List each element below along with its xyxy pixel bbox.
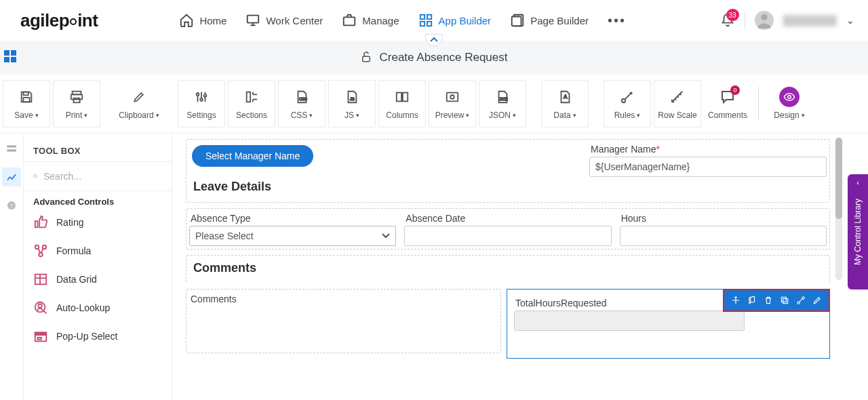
rail-controls[interactable] xyxy=(2,167,21,186)
cell-toolbar xyxy=(723,289,830,312)
selected-form-cell[interactable]: TotalHoursRequested xyxy=(507,289,830,359)
notifications-badge: 33 xyxy=(726,9,739,21)
svg-rect-2 xyxy=(420,15,424,19)
sidebar-title: TOOL BOX xyxy=(24,140,172,161)
rail-templates[interactable]: T xyxy=(2,196,21,215)
eye-icon xyxy=(783,91,795,103)
notifications-button[interactable]: 33 xyxy=(720,13,735,28)
app-grid-button[interactable] xyxy=(4,50,16,62)
tool-data[interactable]: A Data▾ xyxy=(541,80,589,127)
control-library-toggle[interactable]: ‹ My Control Library xyxy=(848,174,868,289)
trash-icon xyxy=(764,296,773,305)
svg-rect-0 xyxy=(248,16,259,23)
hours-field[interactable] xyxy=(620,226,827,246)
logo: agilepint xyxy=(20,10,98,31)
tool-rules[interactable]: Rules▾ xyxy=(604,80,651,127)
manager-name-field[interactable] xyxy=(589,157,827,177)
cell-copy-button[interactable] xyxy=(777,293,792,308)
nav-home[interactable]: Home xyxy=(179,13,226,28)
svg-rect-9 xyxy=(363,56,370,62)
svg-text:T: T xyxy=(10,203,14,209)
tool-preview[interactable]: Preview▾ xyxy=(429,80,476,127)
page-title: Create Absence Request xyxy=(379,51,507,64)
control-formula[interactable]: Formula xyxy=(24,237,172,265)
absence-type-select[interactable]: Please Select xyxy=(189,226,396,246)
collapse-header-button[interactable] xyxy=(425,34,443,46)
total-hours-field[interactable] xyxy=(514,311,745,331)
template-icon: T xyxy=(6,200,17,211)
home-icon xyxy=(179,13,194,28)
nav-manage[interactable]: Manage xyxy=(342,13,399,28)
tool-print[interactable]: Print▾ xyxy=(53,80,100,127)
tool-comments[interactable]: 0 Comments xyxy=(704,80,751,127)
tool-settings[interactable]: Settings xyxy=(178,80,225,127)
svg-rect-43 xyxy=(783,299,788,304)
user-menu-toggle[interactable]: ⌄ xyxy=(846,15,854,26)
scrollbar[interactable] xyxy=(835,138,842,280)
pencil-icon xyxy=(812,296,822,305)
popup-icon xyxy=(33,329,48,344)
tool-css[interactable]: CSS CSS▾ xyxy=(278,80,326,127)
ruler-icon xyxy=(670,89,685,104)
svg-rect-3 xyxy=(427,15,431,19)
svg-rect-41 xyxy=(35,333,47,336)
control-popup-select[interactable]: Pop-Up Select xyxy=(24,322,172,351)
comments-heading: Comments xyxy=(189,258,827,281)
data-icon: A xyxy=(557,89,572,104)
svg-rect-21 xyxy=(397,93,401,102)
lookup-icon xyxy=(33,300,48,315)
user-icon xyxy=(755,11,774,30)
control-auto-lookup[interactable]: Auto-Lookup xyxy=(24,294,172,322)
control-rating[interactable]: Rating xyxy=(24,208,172,237)
tool-js[interactable]: JS JS▾ xyxy=(328,80,376,127)
separator xyxy=(745,12,745,28)
cell-edit-button[interactable] xyxy=(810,293,825,308)
svg-rect-10 xyxy=(23,92,28,96)
avatar[interactable] xyxy=(755,11,774,30)
briefcase-icon xyxy=(342,13,357,28)
select-manager-button[interactable]: Select Manager Name xyxy=(192,145,313,167)
leave-details-heading: Leave Details xyxy=(189,177,827,199)
print-icon xyxy=(69,89,84,104)
tool-columns[interactable]: Columns xyxy=(378,80,426,127)
cell-delete-button[interactable] xyxy=(761,293,776,308)
formula-icon xyxy=(33,243,48,258)
manager-name-label: Manager Name* xyxy=(591,144,827,155)
chevron-left-icon: ‹ xyxy=(856,178,859,186)
cell-move-button[interactable] xyxy=(728,293,743,308)
tool-clipboard[interactable]: Clipboard▾ xyxy=(115,80,163,127)
svg-text:CSS: CSS xyxy=(299,97,307,101)
svg-point-33 xyxy=(34,174,37,177)
svg-rect-11 xyxy=(23,98,29,102)
search-input[interactable] xyxy=(43,171,162,182)
svg-point-27 xyxy=(622,99,626,103)
cell-rule-button[interactable] xyxy=(745,293,760,308)
control-library-label: My Control Library xyxy=(853,191,863,273)
svg-rect-18 xyxy=(247,92,251,102)
rail-forms[interactable] xyxy=(2,139,21,158)
tool-save[interactable]: Save▾ xyxy=(3,80,50,127)
absence-date-field[interactable] xyxy=(404,226,611,246)
nav-page-builder[interactable]: Page Builder xyxy=(510,13,589,28)
move-icon xyxy=(731,296,741,305)
svg-rect-7 xyxy=(512,17,521,26)
columns-icon xyxy=(395,89,410,104)
nav-more[interactable]: ••• xyxy=(608,13,626,28)
nav-app-builder[interactable]: App Builder xyxy=(418,13,492,28)
cell-link-button[interactable] xyxy=(793,293,808,308)
tool-design[interactable]: Design▾ xyxy=(766,80,813,127)
svg-text:JS: JS xyxy=(350,97,355,101)
tool-sections[interactable]: Sections xyxy=(228,80,275,127)
control-data-grid[interactable]: Data Grid xyxy=(24,265,172,294)
nav-home-label: Home xyxy=(199,15,226,26)
tool-json[interactable]: JSON JSON▾ xyxy=(479,80,526,127)
link-icon xyxy=(796,296,806,305)
svg-point-15 xyxy=(197,94,199,96)
unlock-icon xyxy=(360,51,372,65)
tool-row-scale[interactable]: Row Scale xyxy=(654,80,701,127)
nav-work-center[interactable]: Work Center xyxy=(245,13,323,28)
username: ████████ xyxy=(783,15,837,26)
copy-icon xyxy=(780,296,789,305)
note-icon xyxy=(747,296,757,305)
separator xyxy=(758,87,759,121)
